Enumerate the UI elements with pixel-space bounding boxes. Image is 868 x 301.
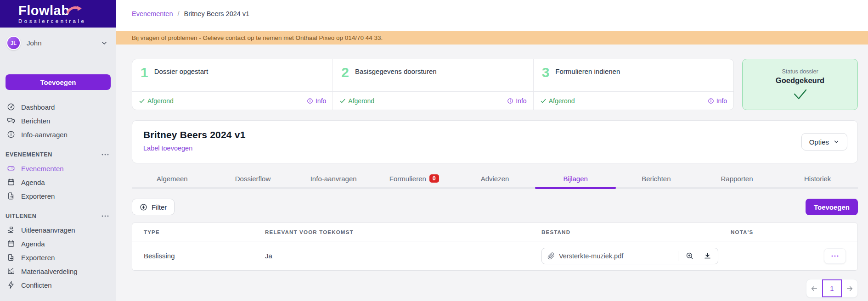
user-menu[interactable]: JL John xyxy=(0,28,116,55)
sidebar-item-exporteren-uitlenen[interactable]: Exporteren xyxy=(0,251,116,264)
cell-actions xyxy=(719,248,857,264)
paperclip-icon xyxy=(547,252,555,260)
table-header-row: TYPE RELEVANT VOOR TOEKOMST BESTAND NOTA… xyxy=(132,223,857,241)
sidebar-item-dashboard[interactable]: Dashboard xyxy=(0,100,116,114)
tab-adviezen[interactable]: Adviezen xyxy=(455,170,535,189)
add-label-link[interactable]: Label toevoegen xyxy=(143,145,192,152)
status-label: Status dossier xyxy=(782,68,818,75)
notice-text: Bij vragen of problemen - Gelieve contac… xyxy=(132,34,383,41)
previous-page-button[interactable] xyxy=(806,279,822,297)
calendar-icon xyxy=(7,178,15,186)
add-attachment-button[interactable]: Toevoegen xyxy=(806,199,858,215)
calendar-icon xyxy=(7,240,15,248)
sidebar-item-berichten[interactable]: Berichten xyxy=(0,114,116,128)
breadcrumb-parent-link[interactable]: Evenementen xyxy=(132,10,173,17)
sidebar-item-label: Evenementen xyxy=(21,165,64,173)
step-status: Afgerond xyxy=(139,97,174,105)
pagination-row: 1 xyxy=(132,279,858,298)
sidebar-item-label: Materiaalverdeling xyxy=(21,268,78,275)
tab-historiek[interactable]: Historiek xyxy=(777,170,858,189)
step-info-link[interactable]: Info xyxy=(307,97,326,105)
tab-rapporten[interactable]: Rapporten xyxy=(697,170,778,189)
tab-berichten[interactable]: Berichten xyxy=(616,170,697,189)
column-header-type: TYPE xyxy=(132,229,254,235)
step-title: Dossier opgestart xyxy=(154,66,209,84)
avatar: JL xyxy=(6,36,21,50)
page-number-button[interactable]: 1 xyxy=(822,279,842,297)
page-title: Britney Beers 2024 v1 xyxy=(143,129,846,140)
brand-name: Flowlab xyxy=(18,3,69,18)
file-name: Versterkte-muziek.pdf xyxy=(559,252,674,260)
info-icon xyxy=(307,98,313,104)
sidebar-item-label: Dashboard xyxy=(21,103,55,111)
sidebar: Flowlab Dossiercentrale JL John Toevoege… xyxy=(0,0,116,301)
sidebar-item-exporteren-evenementen[interactable]: Exporteren xyxy=(0,189,116,203)
column-header-relevant: RELEVANT VOOR TOEKOMST xyxy=(254,229,530,235)
tab-algemeen[interactable]: Algemeen xyxy=(132,170,213,189)
logo: Flowlab Dossiercentrale xyxy=(0,0,116,28)
sidebar-item-uitleenaanvragen[interactable]: Uitleenaanvragen xyxy=(0,223,116,237)
content: 1 Dossier opgestart 2 Basisgegevens door… xyxy=(116,45,868,301)
sidebar-item-info-aanvragen[interactable]: Info-aanvragen xyxy=(0,128,116,141)
pagination: 1 xyxy=(806,279,858,298)
preview-button[interactable] xyxy=(682,250,696,262)
step-1: 1 Dossier opgestart xyxy=(132,59,333,91)
sidebar-item-conflicten[interactable]: Conflicten xyxy=(0,278,116,292)
step-2: 2 Basisgegevens doorsturen xyxy=(333,59,533,91)
table-row: Beslissing Ja Versterkte-muziek.pdf xyxy=(132,241,857,270)
brand-subtitle: Dossiercentrale xyxy=(18,18,116,24)
sidebar-section-uitlenen: UITLENEN xyxy=(0,203,116,223)
arrow-left-icon xyxy=(810,284,818,293)
row-menu-button[interactable] xyxy=(824,248,846,264)
sidebar-section-evenementen: EVENEMENTEN xyxy=(0,141,116,162)
step-title: Formulieren indienen xyxy=(555,66,620,84)
sidebar-item-materiaalverdeling[interactable]: Materiaalverdeling xyxy=(0,264,116,278)
hand-box-icon xyxy=(7,226,15,234)
status-card: Status dossier Goedgekeurd xyxy=(742,59,858,110)
tab-info-aanvragen[interactable]: Info-aanvragen xyxy=(293,170,374,189)
cell-bestand: Versterkte-muziek.pdf xyxy=(530,248,719,264)
step-info-link[interactable]: Info xyxy=(708,97,727,105)
column-header-bestand: BESTAND xyxy=(530,229,719,235)
step-number: 3 xyxy=(542,66,550,84)
tab-formulieren[interactable]: Formulieren 0 xyxy=(374,170,455,189)
sidebar-add-button[interactable]: Toevoegen xyxy=(6,74,111,90)
arrow-right-icon xyxy=(845,284,854,293)
gauge-icon xyxy=(7,103,15,111)
file-chip: Versterkte-muziek.pdf xyxy=(541,248,718,264)
ellipsis-icon[interactable] xyxy=(101,154,109,156)
step-number: 2 xyxy=(341,66,349,84)
tab-badge: 0 xyxy=(429,174,439,183)
attachments-table: TYPE RELEVANT VOOR TOEKOMST BESTAND NOTA… xyxy=(132,223,858,271)
sidebar-item-label: Exporteren xyxy=(21,192,55,200)
info-icon xyxy=(708,98,714,104)
chat-icon xyxy=(7,117,15,125)
ellipsis-icon[interactable] xyxy=(101,215,109,217)
step-3-footer: Afgerond Info xyxy=(533,92,733,110)
filter-button[interactable]: Filter xyxy=(132,199,175,215)
lightning-icon xyxy=(7,281,15,289)
options-button[interactable]: Opties xyxy=(801,133,847,150)
notice-bar: Bij vragen of problemen - Gelieve contac… xyxy=(116,31,868,45)
tab-bijlagen[interactable]: Bijlagen xyxy=(535,170,616,189)
step-3: 3 Formulieren indienen xyxy=(533,59,733,91)
download-button[interactable] xyxy=(700,250,714,262)
step-status: Afgerond xyxy=(540,97,575,105)
tab-bar: Algemeen Dossierflow Info-aanvragen Form… xyxy=(132,170,858,189)
sidebar-item-label: Uitleenaanvragen xyxy=(21,226,75,234)
step-info-link[interactable]: Info xyxy=(507,97,526,105)
breadcrumb-separator: / xyxy=(177,10,179,17)
steps-card: 1 Dossier opgestart 2 Basisgegevens door… xyxy=(132,59,734,110)
sidebar-item-agenda-uitlenen[interactable]: Agenda xyxy=(0,237,116,251)
next-page-button[interactable] xyxy=(842,279,857,297)
step-title: Basisgegevens doorsturen xyxy=(355,66,437,84)
steps-row: 1 Dossier opgestart 2 Basisgegevens door… xyxy=(132,59,858,110)
sidebar-item-evenementen[interactable]: Evenementen xyxy=(0,162,116,175)
cell-relevant: Ja xyxy=(254,252,530,260)
sidebar-item-agenda-evenementen[interactable]: Agenda xyxy=(0,175,116,189)
status-value: Goedgekeurd xyxy=(776,76,824,85)
big-check-icon xyxy=(791,89,809,100)
swoosh-icon xyxy=(67,5,82,14)
sidebar-item-label: Info-aanvragen xyxy=(21,131,68,139)
tab-dossierflow[interactable]: Dossierflow xyxy=(213,170,293,189)
